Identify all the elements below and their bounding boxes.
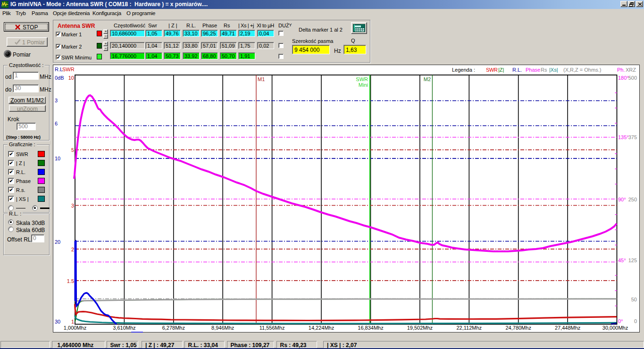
- svg-text:M2: M2: [424, 76, 431, 82]
- svg-text:Mini: Mini: [359, 82, 368, 88]
- svg-text:M1: M1: [258, 76, 265, 82]
- svg-text:SWR: SWR: [356, 76, 368, 82]
